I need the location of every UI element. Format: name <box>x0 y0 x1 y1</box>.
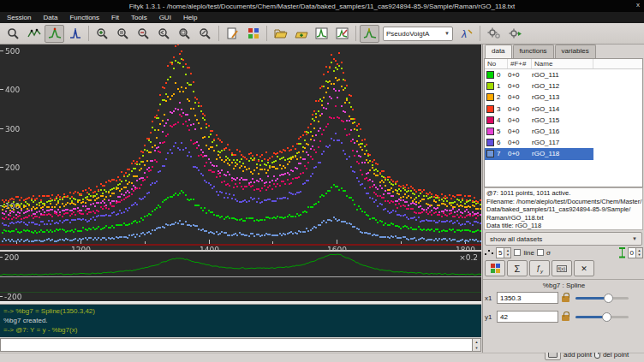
tab-variables[interactable]: variables <box>555 45 596 58</box>
formula-icon: f(x) <box>557 265 568 272</box>
menu-item-help[interactable]: Help <box>183 14 197 21</box>
zoom-in-icon[interactable] <box>92 25 112 43</box>
dataset-color-swatch[interactable] <box>486 139 494 146</box>
param-label-x1: x1 <box>485 294 493 302</box>
tab-functions[interactable]: functions <box>513 45 554 58</box>
peak-lambda-icon[interactable]: λ <box>456 25 476 43</box>
lock-icon[interactable] <box>562 296 569 302</box>
cell-name: rGO_117 <box>532 139 593 146</box>
table-row-rGO_114[interactable]: 30+0rGO_114 <box>485 104 642 115</box>
cell-no: 1 <box>497 82 508 90</box>
spinner-arrows[interactable]: ▲▼ <box>635 248 642 258</box>
cell-functions: 0+0 <box>508 71 532 79</box>
table-row-rGO_112[interactable]: 10+0rGO_112 <box>485 80 642 92</box>
offset-spinner[interactable]: 0 ▲▼ <box>628 247 643 258</box>
colors-grid-icon <box>491 264 500 273</box>
cell-functions: 0+0 <box>508 150 532 157</box>
open-data-icon[interactable] <box>271 25 290 43</box>
toolbar: PseudoVoigtA ▼ λ <box>0 23 644 45</box>
spin-down-icon[interactable]: ▼ <box>473 345 480 351</box>
line-checkbox-label: line <box>523 249 534 257</box>
info-line: Data title: rGO_118 <box>486 222 641 230</box>
table-row-rGO_116[interactable]: 50+0rGO_116 <box>485 126 642 137</box>
output-console[interactable]: =-> %bg7 = Spline(1350.3,42)%bg7 created… <box>0 305 481 337</box>
peak-type-value: PseudoVoigtA <box>386 30 429 38</box>
info-line: @7: 1011 points, 1011 active. <box>486 189 641 198</box>
menu-item-tools[interactable]: Tools <box>131 14 147 21</box>
zoom-mode-icon[interactable] <box>3 25 23 43</box>
data-colors-icon[interactable] <box>243 25 263 43</box>
offset-value: 0 <box>629 248 635 258</box>
y1-slider[interactable] <box>575 316 629 318</box>
command-input-strip: ▲▼ <box>0 337 481 353</box>
formula-button[interactable]: f(x) <box>552 260 572 276</box>
menu-bar: SessionDataFunctionsFitToolsGUIHelp <box>0 12 644 23</box>
cell-no: 5 <box>497 128 508 135</box>
dataset-table[interactable]: No #F+# Name 00+0rGO_11110+0rGO_11220+0r… <box>484 58 643 187</box>
sum-button[interactable]: Σ <box>507 260 528 276</box>
table-row-rGO_113[interactable]: 20+0rGO_113 <box>485 92 642 103</box>
append-data-icon[interactable] <box>291 25 311 43</box>
menu-item-session[interactable]: Session <box>7 14 31 21</box>
tab-data[interactable]: data <box>485 45 512 58</box>
menu-item-functions[interactable]: Functions <box>69 14 99 21</box>
dataset-color-swatch[interactable] <box>486 82 494 90</box>
gears-icon[interactable] <box>484 25 504 43</box>
dataset-color-swatch[interactable] <box>486 150 494 157</box>
zoom-auto-icon[interactable] <box>195 25 215 43</box>
dataset-color-swatch[interactable] <box>486 71 494 79</box>
point-size-icon <box>485 248 493 257</box>
dataset-color-swatch[interactable] <box>486 116 494 124</box>
cell-functions: 0+0 <box>508 139 532 146</box>
data-range-mode-icon[interactable] <box>24 25 44 43</box>
fit-mode-icon[interactable] <box>360 25 379 43</box>
chevron-down-icon: ▼ <box>632 236 637 241</box>
menu-item-gui[interactable]: GUI <box>159 14 171 21</box>
point-size-spinner[interactable]: 5 ▲▼ <box>496 247 511 258</box>
plot-edit-icon[interactable] <box>332 25 352 43</box>
cell-no: 2 <box>497 93 508 101</box>
zoom-all-icon[interactable] <box>175 25 194 43</box>
spin-up-icon[interactable]: ▲ <box>473 339 480 345</box>
peak-type-dropdown[interactable]: PseudoVoigtA ▼ <box>383 27 453 41</box>
zoom-out-icon[interactable] <box>134 25 153 43</box>
add-point-mode-icon[interactable] <box>65 25 85 43</box>
info-line: Data/baked_samples/11_cas924894-85-9/Sam… <box>486 205 641 214</box>
dataset-color-swatch[interactable] <box>486 128 494 135</box>
title-bar[interactable]: Fityk 1.3.1 - /home/aleplo/test/Document… <box>0 0 644 12</box>
close-panel-button[interactable]: ✕ <box>574 260 594 276</box>
dataset-color-swatch[interactable] <box>486 105 494 113</box>
lock-icon[interactable] <box>562 315 569 321</box>
functions-button[interactable]: ƒy <box>529 260 550 276</box>
x1-slider[interactable] <box>575 297 629 300</box>
run-script-icon[interactable] <box>504 25 524 43</box>
y1-field[interactable] <box>497 311 558 323</box>
zoom-100-icon[interactable] <box>113 25 133 43</box>
table-row-rGO_118[interactable]: 70+0rGO_118 <box>485 148 642 159</box>
dataset-color-swatch[interactable] <box>486 93 494 101</box>
close-icon: ✕ <box>581 264 587 273</box>
add-peak-mode-icon[interactable] <box>45 25 64 43</box>
close-icon[interactable]: x <box>636 1 640 9</box>
menu-item-data[interactable]: Data <box>43 14 57 21</box>
dataset-colors-button[interactable] <box>485 260 505 276</box>
menu-item-fit[interactable]: Fit <box>111 14 119 21</box>
cell-no: 0 <box>497 71 508 79</box>
table-row-rGO_117[interactable]: 60+0rGO_117 <box>485 137 642 148</box>
x1-field[interactable] <box>497 292 558 304</box>
main-plot[interactable] <box>0 45 481 250</box>
table-row-rGO_115[interactable]: 40+0rGO_115 <box>485 115 642 126</box>
sigma-checkbox[interactable] <box>537 249 544 256</box>
spinner-arrows[interactable]: ▲▼ <box>504 248 510 258</box>
aux-plot[interactable] <box>0 252 481 301</box>
zoom-prev-icon[interactable] <box>154 25 174 43</box>
command-input[interactable] <box>0 338 473 352</box>
table-row-rGO_111[interactable]: 00+0rGO_111 <box>485 69 642 80</box>
command-history-spinner[interactable]: ▲▼ <box>473 338 481 352</box>
toolbar-separator <box>355 26 356 41</box>
edit-data-icon[interactable] <box>223 25 242 43</box>
dataset-filter-dropdown[interactable]: show all datasets ▼ <box>485 232 642 246</box>
line-checkbox[interactable] <box>514 249 521 256</box>
plot-icon[interactable] <box>312 25 331 43</box>
sidebar-buttons-row: Σ ƒy f(x) ✕ <box>485 260 643 277</box>
